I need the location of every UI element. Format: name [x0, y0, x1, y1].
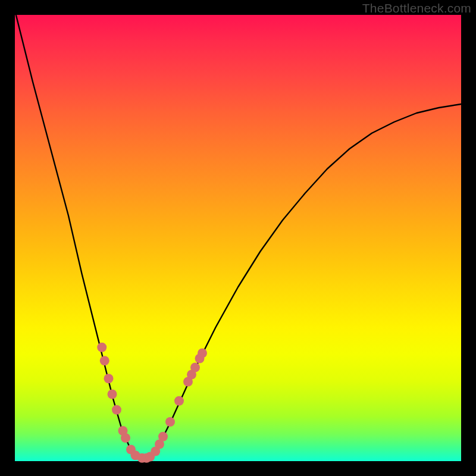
data-marker: [121, 433, 130, 443]
chart-frame: TheBottleneck.com: [0, 0, 476, 476]
data-marker: [104, 374, 114, 383]
data-marker: [198, 349, 207, 358]
data-marker: [174, 396, 184, 406]
chart-svg: [15, 15, 461, 461]
data-marker: [97, 343, 107, 352]
data-marker: [108, 390, 117, 399]
data-marker: [158, 432, 168, 441]
data-marker: [100, 356, 109, 365]
curve-path: [15, 11, 461, 458]
plot-area: [15, 15, 461, 461]
watermark-text: TheBottleneck.com: [362, 1, 471, 15]
data-marker: [165, 417, 175, 427]
data-marker: [112, 405, 121, 415]
data-marker: [190, 363, 200, 372]
